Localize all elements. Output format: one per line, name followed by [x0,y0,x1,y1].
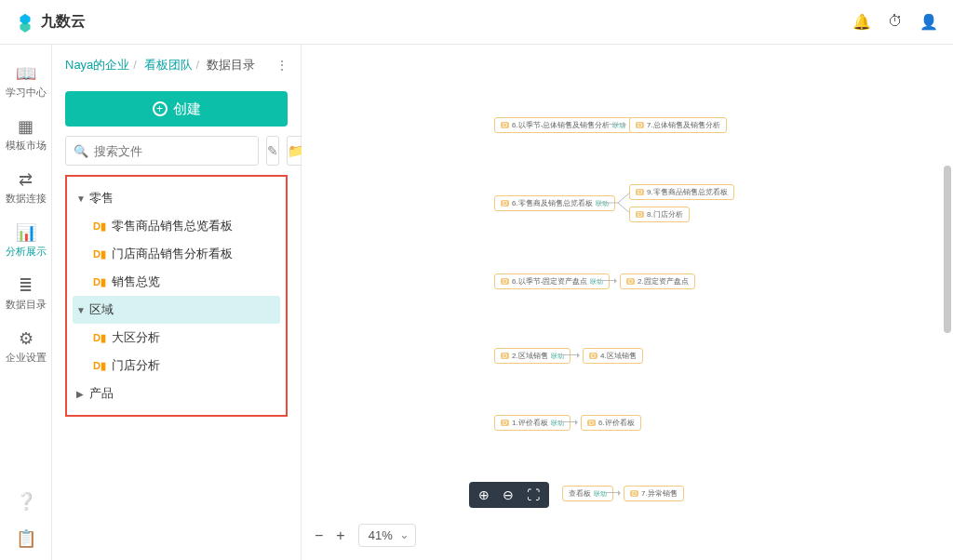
flow-node[interactable]: D7.总体销售及销售分析 [629,117,727,133]
crumb-org[interactable]: Naya的企业 [65,58,129,72]
plus-icon: + [153,101,168,116]
tree-group-retail[interactable]: ▼零售 [73,184,280,212]
zoom-in-icon[interactable]: ⊕ [478,487,490,502]
file-tree: ▼零售 D▮零售商品销售总览看板 D▮门店商品销售分析看板 D▮销售总览 ▼区域… [65,175,288,417]
logo[interactable]: 九数云 [15,12,86,33]
flow-edge [599,186,633,220]
flow-edge [607,124,625,125]
zoom-minus-button[interactable]: − [315,527,323,544]
rail-catalog[interactable]: ≣数据目录 [0,268,52,321]
list-icon: ≣ [17,277,35,294]
fullscreen-icon[interactable]: ⛶ [527,487,540,502]
flow-node[interactable]: D2.区域销售联动 [494,348,570,364]
crumb-current: 数据目录 [207,58,255,72]
create-button[interactable]: +创建 [65,91,288,127]
search-input[interactable] [94,144,250,158]
zoom-bar: − + 41% [315,524,416,547]
rail-analysis[interactable]: 📊分析展示 [0,215,52,268]
flow-node[interactable]: D6.零售商及销售总览看板联动 [494,195,615,211]
flow-node[interactable]: D6.以季节-固定资产盘点联动 [494,273,610,289]
zoom-out-icon[interactable]: ⊖ [503,487,514,502]
scrollbar-track[interactable] [942,45,951,560]
flow-node[interactable]: D1.评价看板联动 [494,415,570,431]
book-icon: 📖 [17,65,35,82]
chart-icon: 📊 [17,224,35,241]
bell-icon[interactable]: 🔔 [852,13,871,31]
logo-text: 九数云 [41,12,86,32]
flow-canvas[interactable]: D6.以季节-总体销售及销售分析联动 D7.总体销售及销售分析 D6.零售商及销… [302,45,953,560]
zoom-select[interactable]: 41% [358,524,416,547]
user-icon[interactable]: 👤 [919,13,938,31]
tree-group-region[interactable]: ▼区域 [73,296,280,324]
rail-settings[interactable]: ⚙企业设置 [0,321,52,374]
tree-item-store-analysis[interactable]: D▮门店商品销售分析看板 [73,240,280,268]
search-input-wrap[interactable]: 🔍 [65,136,259,166]
zoom-plus-button[interactable]: + [336,527,344,544]
scrollbar-thumb[interactable] [944,166,951,333]
flow-edge [605,492,620,493]
flow-node[interactable]: D6.评价看板 [581,415,641,431]
tree-item-store-analysis-2[interactable]: D▮门店分析 [73,352,280,380]
flow-node[interactable]: D4.区域销售 [583,348,643,364]
grid-icon: ▦ [17,118,35,135]
search-icon: 🔍 [74,144,88,158]
flow-edge [597,280,616,281]
timer-icon[interactable]: ⏱ [888,13,903,31]
flow-node[interactable]: D9.零售商品销售总览看板 [629,184,734,200]
crumb-team[interactable]: 看板团队 [144,58,193,72]
flow-node[interactable]: D8.门店分析 [629,207,690,222]
rail-templates[interactable]: ▦模板市场 [0,109,52,162]
edit-button[interactable]: ✎ [266,136,279,166]
rail-data-connect[interactable]: ⇄数据连接 [0,162,52,215]
flow-node[interactable]: D7.异常销售 [624,486,684,501]
view-controls: ⊕ ⊖ ⛶ [469,482,549,508]
file-panel: Naya的企业/ 看板团队/ 数据目录 ⋮ +创建 🔍 ✎ 📁 ▼零售 D▮零售… [52,45,302,560]
rail-learn[interactable]: 📖学习中心 [0,56,52,109]
more-icon[interactable]: ⋮ [275,58,288,73]
flow-node[interactable]: D2.固定资产盘点 [620,273,695,289]
link-icon: ⇄ [17,171,35,188]
flow-edge [560,354,579,355]
flow-edge [558,421,577,422]
tree-item-region-analysis[interactable]: D▮大区分析 [73,324,280,352]
flow-node[interactable]: D6.以季节-总体销售及销售分析联动 [494,117,632,133]
breadcrumb: Naya的企业/ 看板团队/ 数据目录 ⋮ [52,45,301,86]
tree-item-retail-overview[interactable]: D▮零售商品销售总览看板 [73,212,280,240]
help-icon[interactable]: ❔ [16,491,36,512]
gear-icon: ⚙ [17,330,35,347]
nav-rail: 📖学习中心 ▦模板市场 ⇄数据连接 📊分析展示 ≣数据目录 ⚙企业设置 ❔ 📋 [0,45,52,560]
tree-item-sales-overview[interactable]: D▮销售总览 [73,268,280,296]
flow-node[interactable]: 查看板联动 [562,486,613,501]
clipboard-icon[interactable]: 📋 [16,528,36,549]
tree-group-product[interactable]: ▶产品 [73,380,280,407]
